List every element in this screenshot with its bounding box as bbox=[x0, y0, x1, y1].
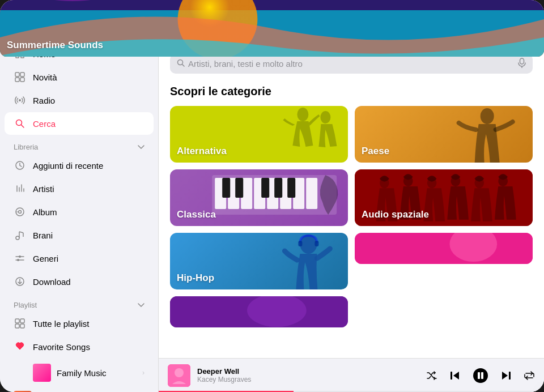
repeat-button[interactable] bbox=[524, 370, 535, 381]
svg-point-28 bbox=[17, 259, 19, 261]
svg-rect-59 bbox=[235, 178, 243, 198]
category-label-alternativa: Alternativa bbox=[177, 146, 227, 157]
categories-grid: Summertime Sounds bbox=[170, 106, 533, 327]
sidebar-item-label-artisti: Artisti bbox=[33, 184, 54, 194]
category-card-partial1[interactable] bbox=[355, 233, 533, 264]
svg-rect-60 bbox=[261, 178, 269, 198]
sidebar-item-cerca[interactable]: Cerca bbox=[5, 112, 154, 135]
sidebar-item-artisti[interactable]: Artisti bbox=[5, 177, 154, 200]
svg-rect-33 bbox=[15, 324, 19, 328]
svg-line-10 bbox=[22, 125, 24, 128]
sidebar-item-label-all-playlists: Tutte le playlist bbox=[33, 319, 90, 329]
sidebar-item-label-family-music: Family Music bbox=[57, 368, 107, 378]
sidebar-item-label-cerca: Cerca bbox=[33, 119, 56, 129]
libreria-chevron[interactable] bbox=[138, 143, 144, 151]
family-music-thumb bbox=[33, 364, 51, 382]
sidebar-item-album[interactable]: Album bbox=[5, 201, 154, 223]
section-libreria-label: Libreria bbox=[14, 143, 38, 151]
section-libreria: Libreria bbox=[0, 137, 158, 154]
category-label-classica: Classica bbox=[177, 209, 216, 220]
sidebar: Musica Modifica Home bbox=[0, 17, 159, 392]
sidebar-item-label-recent: Aggiunti di recente bbox=[33, 161, 103, 171]
sidebar-item-download[interactable]: Download bbox=[5, 270, 154, 293]
svg-rect-73 bbox=[355, 233, 533, 264]
category-card-partial2[interactable] bbox=[170, 296, 348, 327]
svg-rect-38 bbox=[520, 58, 524, 64]
svg-rect-58 bbox=[222, 178, 230, 198]
sidebar-item-label-generi: Generi bbox=[33, 254, 58, 263]
svg-point-27 bbox=[19, 255, 21, 258]
app-layout: Musica Modifica Home bbox=[0, 17, 544, 392]
svg-rect-85 bbox=[509, 372, 511, 380]
svg-rect-82 bbox=[478, 372, 480, 379]
category-card-classica[interactable]: Classica bbox=[170, 169, 348, 226]
shuffle-button[interactable] bbox=[426, 370, 437, 381]
playlist-chevron[interactable] bbox=[138, 301, 144, 309]
sidebar-item-label-album: Album bbox=[33, 207, 57, 217]
radio-icon bbox=[14, 94, 26, 106]
sidebar-nav: Home Novità bbox=[0, 40, 158, 392]
category-card-alternativa[interactable]: Alternativa bbox=[170, 106, 348, 163]
download-icon bbox=[14, 275, 26, 288]
svg-point-17 bbox=[19, 211, 22, 214]
sidebar-item-family-music[interactable]: Family Music › bbox=[5, 359, 154, 387]
now-playing-artist: Kacey Musgraves bbox=[197, 376, 419, 384]
svg-rect-62 bbox=[287, 178, 295, 198]
svg-point-8 bbox=[19, 99, 21, 101]
sidebar-item-novita[interactable]: Novità bbox=[5, 66, 154, 88]
svg-point-19 bbox=[16, 236, 19, 240]
sidebar-item-i-love-rock[interactable]: I love Rock! bbox=[5, 387, 154, 392]
category-label-hiphop: Hip-Hop bbox=[177, 272, 214, 284]
svg-rect-71 bbox=[298, 241, 302, 246]
play-pause-button[interactable] bbox=[473, 368, 488, 384]
section-playlist-label: Playlist bbox=[14, 301, 37, 309]
previous-button[interactable] bbox=[449, 369, 461, 382]
category-card-hiphop[interactable]: Hip-Hop bbox=[170, 233, 348, 289]
svg-point-46 bbox=[297, 108, 308, 121]
svg-rect-34 bbox=[20, 324, 24, 328]
mic-icon[interactable] bbox=[518, 58, 526, 70]
search-placeholder: Artisti, brani, testi e molto altro bbox=[188, 59, 515, 69]
favorite-songs-icon bbox=[14, 340, 26, 353]
search-bar[interactable]: Artisti, brani, testi e molto altro bbox=[170, 54, 533, 74]
svg-point-48 bbox=[481, 108, 494, 124]
recent-icon bbox=[14, 159, 26, 172]
sidebar-item-label-novita: Novità bbox=[33, 73, 57, 82]
sidebar-item-generi[interactable]: Generi bbox=[5, 247, 154, 270]
sidebar-item-favorite-songs[interactable]: Favorite Songs bbox=[5, 335, 154, 358]
svg-line-37 bbox=[182, 65, 185, 67]
section-playlist: Playlist bbox=[0, 295, 158, 312]
category-card-paese[interactable]: Paese bbox=[355, 106, 533, 163]
category-card-summertime[interactable]: Summertime Sounds bbox=[159, 17, 544, 57]
sidebar-item-label-radio: Radio bbox=[33, 96, 55, 105]
category-label-paese: Paese bbox=[362, 146, 389, 157]
svg-rect-72 bbox=[314, 241, 318, 246]
svg-point-78 bbox=[175, 368, 184, 377]
svg-rect-4 bbox=[15, 73, 19, 76]
svg-rect-57 bbox=[306, 178, 317, 209]
category-card-audio-spaziale[interactable]: Audio spaziale bbox=[355, 169, 533, 226]
album-icon bbox=[14, 206, 26, 218]
svg-point-81 bbox=[473, 368, 488, 383]
svg-rect-6 bbox=[15, 78, 19, 82]
now-playing-info: Deeper Well Kacey Musgraves bbox=[197, 367, 419, 384]
sidebar-item-radio[interactable]: Radio bbox=[5, 89, 154, 112]
sidebar-item-label-favorite-songs: Favorite Songs bbox=[33, 342, 90, 352]
now-playing-bar: Deeper Well Kacey Musgraves bbox=[159, 358, 544, 392]
sidebar-item-all-playlists[interactable]: Tutte le playlist bbox=[5, 312, 154, 335]
sidebar-item-brani[interactable]: Brani bbox=[5, 224, 154, 246]
sidebar-item-recent[interactable]: Aggiunti di recente bbox=[5, 154, 154, 177]
brani-icon bbox=[14, 229, 26, 241]
novita-icon bbox=[14, 71, 26, 83]
sidebar-item-label-brani: Brani bbox=[33, 231, 53, 240]
next-button[interactable] bbox=[500, 369, 512, 382]
svg-marker-84 bbox=[502, 372, 508, 380]
svg-rect-83 bbox=[481, 372, 483, 379]
search-icon bbox=[177, 59, 185, 69]
sidebar-item-label-download: Download bbox=[33, 277, 71, 287]
family-music-arrow: › bbox=[142, 369, 144, 377]
main-content: Cerca Artisti, brani, testi e molto al bbox=[159, 17, 544, 392]
svg-rect-61 bbox=[274, 178, 282, 198]
svg-rect-32 bbox=[20, 319, 24, 323]
svg-rect-80 bbox=[450, 372, 452, 380]
